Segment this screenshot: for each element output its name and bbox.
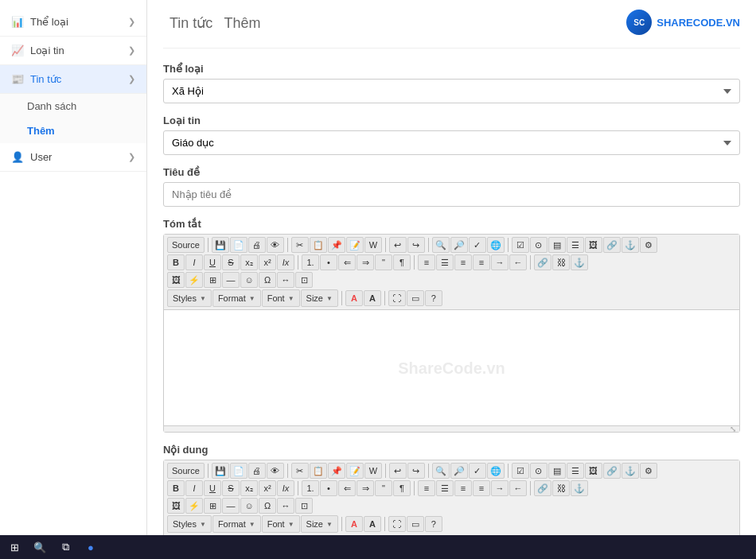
anchor-btn-1[interactable]: ⚓ — [571, 254, 588, 270]
tom-tat-body[interactable]: ShareCode.vn — [164, 310, 739, 425]
format-dropdown-1[interactable]: Format ▼ — [212, 289, 261, 307]
the-loai-select[interactable]: Xã Hội — [163, 79, 740, 103]
tieu-de-input[interactable] — [163, 182, 740, 207]
undo-btn-1[interactable]: ↩ — [389, 237, 407, 253]
radio-btn-2[interactable]: ⊙ — [530, 463, 548, 479]
font-dropdown-1[interactable]: Font ▼ — [262, 289, 300, 307]
lang-btn-2[interactable]: 🌐 — [487, 463, 505, 479]
indent-inc-1[interactable]: ⇒ — [357, 254, 374, 270]
smiley-btn-2[interactable]: ☺ — [240, 498, 258, 514]
anchor-btn-2[interactable]: ⚓ — [571, 480, 588, 496]
find-btn-2[interactable]: 🔍 — [432, 463, 450, 479]
sup-btn-2[interactable]: x² — [259, 480, 276, 496]
sub-btn-1[interactable]: x₂ — [240, 254, 258, 270]
new-btn-2[interactable]: 📄 — [230, 463, 247, 479]
block-btn-2[interactable]: ▭ — [407, 516, 424, 532]
copy-btn-1[interactable]: 📋 — [310, 237, 327, 253]
undo-btn-2[interactable]: ↩ — [389, 463, 407, 479]
paste-text-btn-2[interactable]: 📝 — [346, 463, 364, 479]
new-btn-1[interactable]: 📄 — [230, 237, 247, 253]
radio-btn-1[interactable]: ⊙ — [530, 237, 548, 253]
search-taskbar-btn[interactable]: 🔍 — [30, 538, 49, 557]
lang-btn-1[interactable]: 🌐 — [487, 237, 505, 253]
unlink-btn-2[interactable]: ⛓ — [552, 480, 570, 496]
rtl-btn-2[interactable]: ← — [509, 480, 527, 496]
print-btn-1[interactable]: 🖨 — [248, 237, 266, 253]
size-dropdown-2[interactable]: Size ▼ — [301, 515, 338, 533]
ol-btn-2[interactable]: 1. — [302, 480, 319, 496]
hline-btn-2[interactable]: — — [222, 498, 240, 514]
checkbox-btn-2[interactable]: ☑ — [512, 463, 529, 479]
table-btn-1[interactable]: ⊞ — [204, 272, 221, 288]
font-dropdown-2[interactable]: Font ▼ — [262, 515, 300, 533]
img-btn-1[interactable]: 🖼 — [167, 272, 185, 288]
print-btn-2[interactable]: 🖨 — [248, 463, 266, 479]
sidebar-item-user[interactable]: 👤 User ❯ — [0, 143, 146, 172]
img-btn-t2[interactable]: 🖼 — [585, 463, 602, 479]
italic-btn-2[interactable]: I — [185, 480, 203, 496]
underline-btn-2[interactable]: U — [204, 480, 221, 496]
paste-text-btn-1[interactable]: 📝 — [346, 237, 364, 253]
img-btn-2[interactable]: 🖼 — [167, 498, 185, 514]
replace-btn-2[interactable]: 🔎 — [450, 463, 468, 479]
special-btn-2[interactable]: Ω — [259, 498, 276, 514]
help-btn-2[interactable]: ? — [425, 516, 442, 532]
misc-btn-t1[interactable]: ⚙ — [640, 237, 657, 253]
sidebar-sub-danh-sach[interactable]: Danh sách — [0, 94, 146, 118]
start-btn[interactable]: ⊞ — [5, 538, 24, 557]
iframe-btn-1[interactable]: ⊡ — [295, 272, 313, 288]
indent-dec-2[interactable]: ⇐ — [338, 480, 356, 496]
indent-inc-2[interactable]: ⇒ — [357, 480, 374, 496]
misc-btn-t2[interactable]: ⚙ — [640, 463, 657, 479]
source-btn-2[interactable]: Source — [167, 463, 205, 479]
strike-btn-2[interactable]: S — [222, 480, 240, 496]
checkbox-btn-1[interactable]: ☑ — [512, 237, 529, 253]
flash-btn-2[interactable]: ⚡ — [185, 498, 203, 514]
preview-btn-2[interactable]: 👁 — [267, 463, 284, 479]
cut-btn-2[interactable]: ✂ — [291, 463, 309, 479]
menu-btn-1[interactable]: ☰ — [567, 237, 584, 253]
smiley-btn-1[interactable]: ☺ — [240, 272, 258, 288]
indent-dec-1[interactable]: ⇐ — [338, 254, 356, 270]
tom-tat-resize[interactable]: ⤡ — [164, 425, 739, 432]
ltr-btn-2[interactable]: → — [491, 480, 509, 496]
bgcolor-btn-2[interactable]: A — [364, 516, 381, 532]
unlink-btn-1[interactable]: ⛓ — [552, 254, 570, 270]
find-btn-1[interactable]: 🔍 — [432, 237, 450, 253]
link-btn-2[interactable]: 🔗 — [534, 480, 551, 496]
redo-btn-2[interactable]: ↪ — [407, 463, 425, 479]
align-justify-2[interactable]: ≡ — [473, 480, 490, 496]
page-break-1[interactable]: ↔ — [277, 272, 294, 288]
div-btn-2[interactable]: ¶ — [393, 480, 411, 496]
fullscreen-btn-1[interactable]: ⛶ — [388, 290, 406, 306]
size-dropdown-1[interactable]: Size ▼ — [301, 289, 338, 307]
align-right-1[interactable]: ≡ — [454, 254, 472, 270]
blockquote-btn-1[interactable]: " — [375, 254, 392, 270]
table-btn-2[interactable]: ⊞ — [204, 498, 221, 514]
rtl-btn-1[interactable]: ← — [509, 254, 527, 270]
sidebar-item-the-loai[interactable]: 📊 Thể loại ❯ — [0, 8, 146, 37]
img-btn-t1[interactable]: 🖼 — [585, 237, 602, 253]
task-view-btn[interactable]: ⧉ — [56, 538, 75, 557]
bold-btn-1[interactable]: B — [167, 254, 185, 270]
sidebar-item-loai-tin[interactable]: 📈 Loại tin ❯ — [0, 37, 146, 65]
sup-btn-1[interactable]: x² — [259, 254, 276, 270]
sidebar-sub-them[interactable]: Thêm — [0, 118, 146, 143]
fullscreen-btn-2[interactable]: ⛶ — [388, 516, 406, 532]
sub-btn-2[interactable]: x₂ — [240, 480, 258, 496]
format-dropdown-2[interactable]: Format ▼ — [212, 515, 261, 533]
removeformat-btn-2[interactable]: Ix — [277, 480, 294, 496]
removeformat-btn-1[interactable]: Ix — [277, 254, 294, 270]
help-btn-1[interactable]: ? — [425, 290, 442, 306]
copy-btn-2[interactable]: 📋 — [310, 463, 327, 479]
strike-btn-1[interactable]: S — [222, 254, 240, 270]
sidebar-item-tin-tuc[interactable]: 📰 Tin tức ❯ — [0, 65, 146, 94]
list-btn-1[interactable]: ▤ — [548, 237, 566, 253]
align-left-2[interactable]: ≡ — [418, 480, 435, 496]
ltr-btn-1[interactable]: → — [491, 254, 509, 270]
save-btn-1[interactable]: 💾 — [212, 237, 229, 253]
chrome-btn[interactable]: ● — [81, 538, 100, 557]
anchor-btn-t1[interactable]: ⚓ — [622, 237, 639, 253]
link-btn-1[interactable]: 🔗 — [534, 254, 551, 270]
blockquote-btn-2[interactable]: " — [375, 480, 392, 496]
